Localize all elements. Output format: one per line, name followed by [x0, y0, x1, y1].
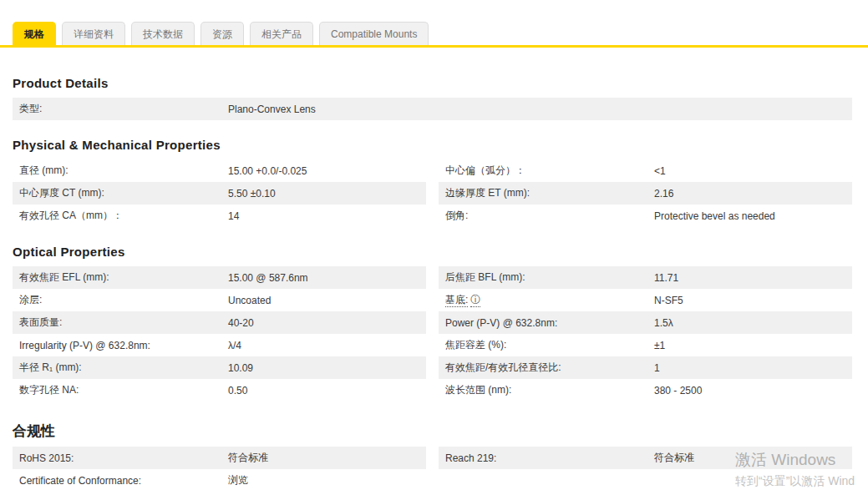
spec-label-text: Certificate of Conformance: [19, 475, 141, 487]
spec-column: 后焦距 BFL (mm):11.71基底:ⓘN-SF5Power (P-V) @… [439, 266, 852, 402]
spec-value-link[interactable]: 符合标准 [228, 451, 426, 465]
section-title-optical-properties: Optical Properties [13, 245, 852, 259]
spec-label: RoHS 2015: [19, 452, 228, 464]
tab-specifications[interactable]: 规格 [13, 22, 56, 45]
spec-row: Certificate of Conformance:浏览 [13, 469, 426, 492]
spec-label: 类型: [19, 102, 228, 116]
spec-row: 涂层:Uncoated [13, 289, 426, 311]
spec-row: 有效焦距 EFL (mm):15.00 @ 587.6nm [13, 266, 426, 289]
spec-label-text: 涂层: [19, 294, 42, 306]
spec-row: 倒角:Protective bevel as needed [439, 205, 852, 227]
spec-row: 边缘厚度 ET (mm):2.16 [439, 182, 852, 205]
spec-label: Certificate of Conformance: [19, 475, 228, 487]
spec-row: 有效焦距/有效孔径直径比:1 [439, 356, 852, 379]
section-physical-mechanical-properties: Physical & Mechanical Properties直径 (mm):… [13, 138, 852, 227]
spec-table: RoHS 2015:符合标准Certificate of Conformance… [13, 447, 852, 492]
spec-row: Irregularity (P-V) @ 632.8nm:λ/4 [13, 334, 426, 356]
spec-label-text: 类型: [19, 103, 42, 114]
spec-column: 中心偏（弧分）：<1边缘厚度 ET (mm):2.16倒角:Protective… [439, 159, 852, 227]
section-product-details: Product Details类型:Plano-Convex Lens [13, 76, 852, 120]
spec-value: 11.71 [654, 272, 852, 284]
spec-value: Uncoated [228, 295, 426, 306]
spec-value: 1 [654, 362, 852, 374]
spec-label: 后焦距 BFL (mm): [445, 270, 654, 285]
spec-value: Protective bevel as needed [654, 210, 852, 222]
spec-label-text: 半径 R₁ (mm): [19, 361, 82, 373]
spec-label: 焦距容差 (%): [445, 338, 654, 352]
spec-label-text: RoHS 2015: [19, 452, 74, 464]
spec-label: 倒角: [445, 209, 654, 223]
spec-row: Power (P-V) @ 632.8nm:1.5λ [439, 311, 852, 334]
spec-column: 直径 (mm):15.00 +0.0/-0.025中心厚度 CT (mm):5.… [13, 159, 426, 227]
spec-label-text: 数字孔径 NA: [19, 384, 79, 396]
section-compliance: 合规性RoHS 2015:符合标准Certificate of Conforma… [13, 422, 852, 492]
section-title-compliance: 合规性 [13, 422, 852, 441]
spec-label-text: 有效焦距/有效孔径直径比: [445, 361, 561, 373]
spec-label-text: 基底: [445, 294, 468, 307]
spec-row: 有效孔径 CA（mm）：14 [13, 205, 426, 227]
spec-table: 类型:Plano-Convex Lens [13, 98, 852, 120]
spec-label: 有效焦距 EFL (mm): [19, 270, 228, 285]
spec-label-text: Irregularity (P-V) @ 632.8nm: [19, 340, 150, 351]
spec-row: 焦距容差 (%):±1 [439, 334, 852, 356]
spec-label: 有效孔径 CA（mm）： [19, 209, 228, 223]
spec-value: λ/4 [228, 340, 426, 351]
tab-bar: 规格详细资料技术数据资源相关产品Compatible Mounts [0, 0, 868, 48]
spec-label-text: 焦距容差 (%): [445, 339, 506, 351]
info-icon[interactable]: ⓘ [470, 294, 480, 307]
spec-value: 2.16 [654, 188, 852, 199]
spec-label-text: 直径 (mm): [19, 164, 69, 176]
spec-label: Power (P-V) @ 632.8nm: [445, 317, 654, 329]
spec-label: 涂层: [19, 293, 228, 307]
spec-row: Reach 219:符合标准 [439, 447, 852, 469]
spec-label: 直径 (mm): [19, 164, 228, 178]
spec-value: 14 [228, 210, 426, 222]
spec-label-text: Reach 219: [445, 452, 496, 464]
spec-row: 中心厚度 CT (mm):5.50 ±0.10 [13, 182, 426, 205]
spec-value-link[interactable]: 浏览 [228, 473, 426, 487]
spec-column: 有效焦距 EFL (mm):15.00 @ 587.6nm涂层:Uncoated… [13, 266, 426, 402]
tab-related-products[interactable]: 相关产品 [250, 22, 313, 45]
spec-label-text: 波长范围 (nm): [445, 384, 511, 396]
spec-value: 380 - 2500 [654, 385, 852, 396]
spec-row: 半径 R₁ (mm):10.09 [13, 356, 426, 379]
spec-label: 边缘厚度 ET (mm): [445, 186, 654, 200]
spec-value: 10.09 [228, 362, 426, 374]
spec-value: <1 [654, 165, 852, 177]
spec-row: 类型:Plano-Convex Lens [13, 98, 852, 120]
tab-details[interactable]: 详细资料 [62, 22, 125, 45]
spec-label: 表面质量: [19, 316, 228, 330]
section-optical-properties: Optical Properties有效焦距 EFL (mm):15.00 @ … [13, 245, 852, 402]
spec-value: 40-20 [228, 317, 426, 329]
spec-row: 表面质量:40-20 [13, 311, 426, 334]
spec-label: 有效焦距/有效孔径直径比: [445, 361, 654, 375]
spec-value: 0.50 [228, 385, 426, 396]
spec-row: 基底:ⓘN-SF5 [439, 289, 852, 311]
spec-value-link[interactable]: N-SF5 [654, 295, 852, 306]
spec-table: 直径 (mm):15.00 +0.0/-0.025中心厚度 CT (mm):5.… [13, 159, 852, 227]
tab-compatible-mounts[interactable]: Compatible Mounts [319, 22, 429, 45]
spec-value: 15.00 +0.0/-0.025 [228, 165, 426, 177]
spec-row: 波长范围 (nm):380 - 2500 [439, 379, 852, 402]
spec-value-link[interactable]: 符合标准 [654, 451, 852, 465]
spec-value: 15.00 @ 587.6nm [228, 272, 426, 284]
spec-column: RoHS 2015:符合标准Certificate of Conformance… [13, 447, 426, 492]
spec-label-text: 后焦距 BFL (mm): [445, 271, 525, 283]
spec-label: 半径 R₁ (mm): [19, 361, 228, 375]
section-title-product-details: Product Details [13, 76, 852, 90]
spec-label: 中心偏（弧分）： [445, 164, 654, 178]
tab-technical-data[interactable]: 技术数据 [131, 22, 195, 45]
spec-row: 中心偏（弧分）：<1 [439, 159, 852, 182]
spec-label: Reach 219: [445, 452, 654, 464]
spec-row: 数字孔径 NA:0.50 [13, 379, 426, 402]
spec-label: 基底:ⓘ [445, 293, 654, 307]
spec-row: 直径 (mm):15.00 +0.0/-0.025 [13, 159, 426, 182]
tab-resources[interactable]: 资源 [201, 22, 244, 45]
spec-label: 波长范围 (nm): [445, 383, 654, 397]
spec-value: Plano-Convex Lens [228, 104, 852, 115]
content: Product Details类型:Plano-Convex LensPhysi… [0, 76, 868, 492]
spec-label-text: 边缘厚度 ET (mm): [445, 187, 530, 199]
spec-label-text: 倒角: [445, 210, 468, 221]
spec-label: 数字孔径 NA: [19, 383, 228, 397]
spec-label-text: 中心偏（弧分）： [445, 164, 525, 176]
